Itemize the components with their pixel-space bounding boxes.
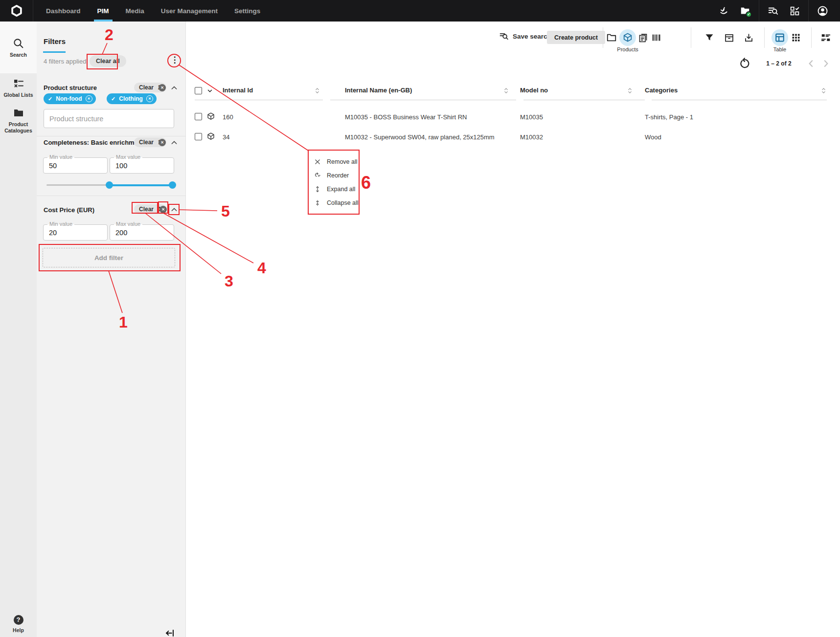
- sort-icon[interactable]: [314, 87, 320, 94]
- collapse-cost-price-icon[interactable]: [170, 206, 178, 214]
- sort-icon[interactable]: [820, 87, 827, 94]
- cell-internal-name[interactable]: M10032 - Superwood SW04, raw planed, 25x…: [345, 133, 495, 141]
- cell-internal-name[interactable]: M10035 - BOSS Business Wear T-Shirt RN: [345, 113, 467, 121]
- product-structure-input[interactable]: [44, 109, 174, 128]
- main-content: Save search Create product Products: [186, 22, 840, 637]
- chip-label: Non-food: [56, 95, 82, 102]
- table-settings-button[interactable]: [819, 31, 833, 44]
- select-all-checkbox[interactable]: [195, 87, 202, 94]
- cell-model-no[interactable]: M10035: [520, 113, 543, 121]
- advanced-search-button[interactable]: [762, 0, 784, 22]
- filters-kebab-menu-button[interactable]: ⋮: [170, 55, 180, 66]
- completeness-min-input[interactable]: [43, 157, 108, 174]
- table-view-icon: [774, 32, 785, 43]
- remove-cost-price-filter-icon[interactable]: ✕: [159, 206, 167, 213]
- remove-chip-icon[interactable]: ✕: [146, 95, 153, 102]
- nav-item-pim[interactable]: PIM: [97, 0, 109, 22]
- export-button[interactable]: [742, 31, 755, 44]
- refresh-icon[interactable]: [739, 58, 750, 69]
- header-underline: [330, 100, 516, 100]
- reorder-icon: [314, 172, 321, 179]
- previous-page-icon[interactable]: [806, 59, 816, 68]
- completeness-slider-handle-min[interactable]: [106, 181, 113, 189]
- save-search-icon: [499, 31, 509, 41]
- filters-title: Filters: [44, 37, 66, 45]
- rail-label-search: Search: [10, 52, 27, 58]
- rail-item-product-catalogues[interactable]: Product Catalogues: [0, 103, 37, 138]
- filter-chip-non-food[interactable]: ✓ Non-food ✕: [44, 93, 96, 104]
- column-header-categories[interactable]: Categories: [645, 87, 678, 94]
- filters-kebab-menu: Remove all Reorder Expand all Collapse a…: [308, 150, 359, 214]
- sort-icon[interactable]: [627, 87, 633, 94]
- column-header-internal-id[interactable]: Internal Id: [223, 87, 253, 94]
- menu-item-expand-all[interactable]: Expand all: [308, 182, 359, 196]
- column-header-model-no[interactable]: Model no: [520, 87, 548, 94]
- remove-product-structure-filter-icon[interactable]: ✕: [159, 84, 166, 91]
- remove-chip-icon[interactable]: ✕: [86, 95, 92, 102]
- cost-price-min-input[interactable]: [43, 224, 108, 241]
- nav-item-dashboard[interactable]: Dashboard: [46, 0, 81, 22]
- rail-item-search[interactable]: Search: [0, 22, 37, 73]
- row-checkbox[interactable]: [195, 133, 202, 140]
- next-page-icon[interactable]: [821, 59, 831, 68]
- toolbar-separator: [811, 27, 812, 48]
- menu-item-label: Reorder: [327, 172, 349, 179]
- cost-price-max-input[interactable]: [110, 224, 174, 241]
- menu-item-collapse-all[interactable]: Collapse all: [308, 196, 359, 210]
- section-title-product-structure: Product structure: [44, 84, 97, 91]
- completeness-max-input[interactable]: [110, 157, 174, 174]
- cell-categories[interactable]: Wood: [645, 133, 661, 141]
- remove-completeness-filter-icon[interactable]: ✕: [159, 139, 166, 146]
- table-view-button[interactable]: [772, 29, 788, 46]
- nav-item-media[interactable]: Media: [126, 0, 144, 22]
- grid-view-button[interactable]: [789, 31, 803, 44]
- media-folder-button[interactable]: ✓: [734, 0, 756, 22]
- download-icon: [744, 33, 754, 43]
- clear-label: Clear: [139, 84, 154, 91]
- barcode-view-button[interactable]: [650, 31, 663, 44]
- completeness-min-field: Min value: [43, 157, 108, 174]
- row-checkbox[interactable]: [195, 113, 202, 120]
- cell-internal-id[interactable]: 34: [223, 133, 229, 141]
- chip-label: Clothing: [119, 95, 143, 102]
- products-view-button[interactable]: [619, 29, 636, 46]
- column-header-internal-name[interactable]: Internal Name (en-GB): [345, 87, 412, 94]
- tasks-button[interactable]: [784, 0, 805, 22]
- completeness-slider-handle-max[interactable]: [169, 181, 176, 189]
- product-catalogues-icon: [13, 107, 24, 119]
- folder-check-badge: ✓: [746, 11, 752, 18]
- cell-internal-id[interactable]: 160: [223, 113, 233, 121]
- cost-price-max-field: Max value: [110, 224, 174, 241]
- browse-folders-button[interactable]: [605, 31, 618, 44]
- menu-item-remove-all[interactable]: Remove all: [308, 154, 359, 169]
- rail-item-global-lists[interactable]: Global Lists: [0, 73, 37, 103]
- create-product-button[interactable]: Create product: [547, 31, 605, 44]
- models-view-button[interactable]: [636, 31, 650, 44]
- nav-item-settings[interactable]: Settings: [234, 0, 260, 22]
- cell-model-no[interactable]: M10032: [520, 133, 543, 141]
- collapse-product-structure-icon[interactable]: [170, 84, 178, 92]
- nav-item-user-management[interactable]: User Management: [161, 0, 218, 22]
- menu-item-label: Collapse all: [327, 199, 359, 206]
- filter-button[interactable]: [703, 31, 716, 44]
- select-all-caret-icon[interactable]: [206, 88, 213, 94]
- account-button[interactable]: [812, 0, 833, 22]
- rail-item-help[interactable]: ? Help: [0, 611, 37, 637]
- collapse-panel-icon[interactable]: [165, 628, 176, 637]
- add-filter-button[interactable]: Add filter: [43, 248, 175, 267]
- app-logo[interactable]: [0, 0, 33, 22]
- folder-outline-icon: [606, 32, 617, 43]
- save-search-button[interactable]: Save search: [499, 31, 551, 41]
- collapse-completeness-icon[interactable]: [170, 139, 178, 147]
- cell-categories[interactable]: T-shirts, Page - 1: [645, 113, 693, 121]
- section-divider: [37, 136, 186, 136]
- archive-button[interactable]: [722, 31, 736, 44]
- menu-item-reorder[interactable]: Reorder: [308, 168, 359, 182]
- sort-icon[interactable]: [503, 87, 509, 94]
- archive-box-icon: [724, 33, 734, 43]
- account-icon: [817, 5, 828, 17]
- import-button[interactable]: [713, 0, 734, 22]
- filter-chip-clothing[interactable]: ✓ Clothing ✕: [107, 93, 157, 104]
- clear-all-button[interactable]: Clear all: [90, 55, 126, 67]
- barcode-icon: [651, 32, 662, 43]
